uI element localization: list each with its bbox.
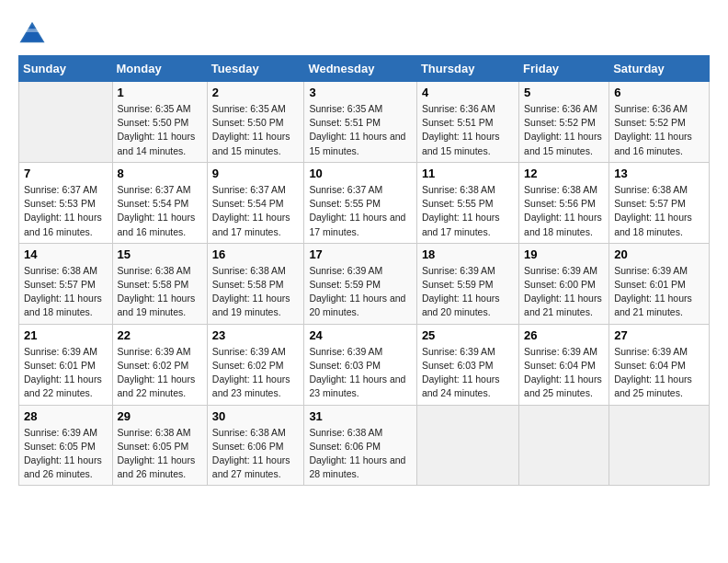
calendar-body: 1Sunrise: 6:35 AM Sunset: 5:50 PM Daylig… [19,82,710,486]
day-info: Sunrise: 6:38 AM Sunset: 6:05 PM Dayligh… [118,426,202,482]
header-cell-friday: Friday [519,56,609,82]
day-info: Sunrise: 6:38 AM Sunset: 5:57 PM Dayligh… [24,264,108,320]
svg-marker-1 [22,26,43,41]
day-info: Sunrise: 6:39 AM Sunset: 5:59 PM Dayligh… [422,264,514,320]
day-cell: 11Sunrise: 6:38 AM Sunset: 5:55 PM Dayli… [416,162,518,243]
day-cell [519,405,609,486]
day-cell: 1Sunrise: 6:35 AM Sunset: 5:50 PM Daylig… [112,82,207,163]
week-row-3: 21Sunrise: 6:39 AM Sunset: 6:01 PM Dayli… [19,324,710,405]
day-number: 5 [524,86,604,99]
day-cell [416,405,518,486]
day-number: 7 [24,167,108,180]
day-info: Sunrise: 6:38 AM Sunset: 5:58 PM Dayligh… [118,264,202,320]
day-number: 16 [212,247,300,261]
day-info: Sunrise: 6:39 AM Sunset: 6:05 PM Dayligh… [24,426,108,482]
day-number: 26 [524,328,604,342]
day-number: 10 [309,167,412,180]
day-number: 29 [118,409,202,423]
day-cell: 21Sunrise: 6:39 AM Sunset: 6:01 PM Dayli… [19,324,113,405]
day-info: Sunrise: 6:35 AM Sunset: 5:50 PM Dayligh… [118,102,202,158]
day-info: Sunrise: 6:39 AM Sunset: 6:03 PM Dayligh… [422,345,514,401]
day-info: Sunrise: 6:37 AM Sunset: 5:54 PM Dayligh… [212,183,300,239]
day-info: Sunrise: 6:35 AM Sunset: 5:50 PM Dayligh… [212,102,300,158]
day-info: Sunrise: 6:39 AM Sunset: 6:01 PM Dayligh… [614,264,704,320]
logo [18,18,50,46]
day-number: 12 [524,167,604,180]
calendar-table: SundayMondayTuesdayWednesdayThursdayFrid… [18,55,710,486]
day-cell: 24Sunrise: 6:39 AM Sunset: 6:03 PM Dayli… [304,324,417,405]
day-info: Sunrise: 6:38 AM Sunset: 5:55 PM Dayligh… [422,183,514,239]
day-info: Sunrise: 6:37 AM Sunset: 5:54 PM Dayligh… [118,183,202,239]
day-cell: 31Sunrise: 6:38 AM Sunset: 6:06 PM Dayli… [304,405,417,486]
day-cell [19,82,113,163]
header-cell-monday: Monday [112,56,207,82]
day-number: 1 [118,86,202,99]
day-info: Sunrise: 6:38 AM Sunset: 6:06 PM Dayligh… [309,426,412,482]
day-info: Sunrise: 6:36 AM Sunset: 5:52 PM Dayligh… [614,102,704,158]
day-cell: 10Sunrise: 6:37 AM Sunset: 5:55 PM Dayli… [304,162,417,243]
day-info: Sunrise: 6:39 AM Sunset: 5:59 PM Dayligh… [309,264,412,320]
day-cell: 7Sunrise: 6:37 AM Sunset: 5:53 PM Daylig… [19,162,113,243]
day-number: 30 [212,409,300,423]
day-cell [609,405,710,486]
day-number: 24 [309,328,412,342]
day-cell: 9Sunrise: 6:37 AM Sunset: 5:54 PM Daylig… [207,162,304,243]
day-cell: 6Sunrise: 6:36 AM Sunset: 5:52 PM Daylig… [609,82,710,163]
day-number: 4 [422,86,514,99]
day-cell: 8Sunrise: 6:37 AM Sunset: 5:54 PM Daylig… [112,162,207,243]
day-cell: 4Sunrise: 6:36 AM Sunset: 5:51 PM Daylig… [416,82,518,163]
header-cell-tuesday: Tuesday [207,56,304,82]
day-info: Sunrise: 6:37 AM Sunset: 5:53 PM Dayligh… [24,183,108,239]
day-number: 31 [309,409,412,423]
week-row-1: 7Sunrise: 6:37 AM Sunset: 5:53 PM Daylig… [19,162,710,243]
day-cell: 5Sunrise: 6:36 AM Sunset: 5:52 PM Daylig… [519,82,609,163]
day-cell: 12Sunrise: 6:38 AM Sunset: 5:56 PM Dayli… [519,162,609,243]
day-number: 19 [524,247,604,261]
day-cell: 2Sunrise: 6:35 AM Sunset: 5:50 PM Daylig… [207,82,304,163]
day-info: Sunrise: 6:38 AM Sunset: 5:57 PM Dayligh… [614,183,704,239]
day-cell: 23Sunrise: 6:39 AM Sunset: 6:02 PM Dayli… [207,324,304,405]
day-number: 14 [24,247,108,261]
day-info: Sunrise: 6:39 AM Sunset: 6:02 PM Dayligh… [212,345,300,401]
day-info: Sunrise: 6:37 AM Sunset: 5:55 PM Dayligh… [309,183,412,239]
header-cell-sunday: Sunday [19,56,113,82]
day-number: 13 [614,167,704,180]
day-number: 27 [614,328,704,342]
week-row-2: 14Sunrise: 6:38 AM Sunset: 5:57 PM Dayli… [19,243,710,324]
day-number: 6 [614,86,704,99]
day-info: Sunrise: 6:39 AM Sunset: 6:01 PM Dayligh… [24,345,108,401]
day-info: Sunrise: 6:39 AM Sunset: 6:04 PM Dayligh… [524,345,604,401]
day-number: 11 [422,167,514,180]
week-row-4: 28Sunrise: 6:39 AM Sunset: 6:05 PM Dayli… [19,405,710,486]
day-cell: 15Sunrise: 6:38 AM Sunset: 5:58 PM Dayli… [112,243,207,324]
day-number: 25 [422,328,514,342]
day-info: Sunrise: 6:38 AM Sunset: 5:58 PM Dayligh… [212,264,300,320]
day-cell: 27Sunrise: 6:39 AM Sunset: 6:04 PM Dayli… [609,324,710,405]
day-number: 23 [212,328,300,342]
day-cell: 18Sunrise: 6:39 AM Sunset: 5:59 PM Dayli… [416,243,518,324]
day-number: 8 [118,167,202,180]
week-row-0: 1Sunrise: 6:35 AM Sunset: 5:50 PM Daylig… [19,82,710,163]
day-info: Sunrise: 6:39 AM Sunset: 6:04 PM Dayligh… [614,345,704,401]
day-info: Sunrise: 6:35 AM Sunset: 5:51 PM Dayligh… [309,102,412,158]
day-number: 28 [24,409,108,423]
logo-icon [18,18,46,46]
header-cell-wednesday: Wednesday [304,56,417,82]
day-cell: 30Sunrise: 6:38 AM Sunset: 6:06 PM Dayli… [207,405,304,486]
day-cell: 13Sunrise: 6:38 AM Sunset: 5:57 PM Dayli… [609,162,710,243]
day-cell: 29Sunrise: 6:38 AM Sunset: 6:05 PM Dayli… [112,405,207,486]
day-cell: 14Sunrise: 6:38 AM Sunset: 5:57 PM Dayli… [19,243,113,324]
day-info: Sunrise: 6:36 AM Sunset: 5:52 PM Dayligh… [524,102,604,158]
day-cell: 26Sunrise: 6:39 AM Sunset: 6:04 PM Dayli… [519,324,609,405]
day-info: Sunrise: 6:36 AM Sunset: 5:51 PM Dayligh… [422,102,514,158]
day-cell: 25Sunrise: 6:39 AM Sunset: 6:03 PM Dayli… [416,324,518,405]
day-number: 3 [309,86,412,99]
day-info: Sunrise: 6:39 AM Sunset: 6:03 PM Dayligh… [309,345,412,401]
day-number: 20 [614,247,704,261]
day-number: 9 [212,167,300,180]
day-info: Sunrise: 6:38 AM Sunset: 6:06 PM Dayligh… [212,426,300,482]
calendar-header: SundayMondayTuesdayWednesdayThursdayFrid… [19,56,710,82]
day-number: 2 [212,86,300,99]
day-info: Sunrise: 6:38 AM Sunset: 5:56 PM Dayligh… [524,183,604,239]
day-info: Sunrise: 6:39 AM Sunset: 6:02 PM Dayligh… [118,345,202,401]
